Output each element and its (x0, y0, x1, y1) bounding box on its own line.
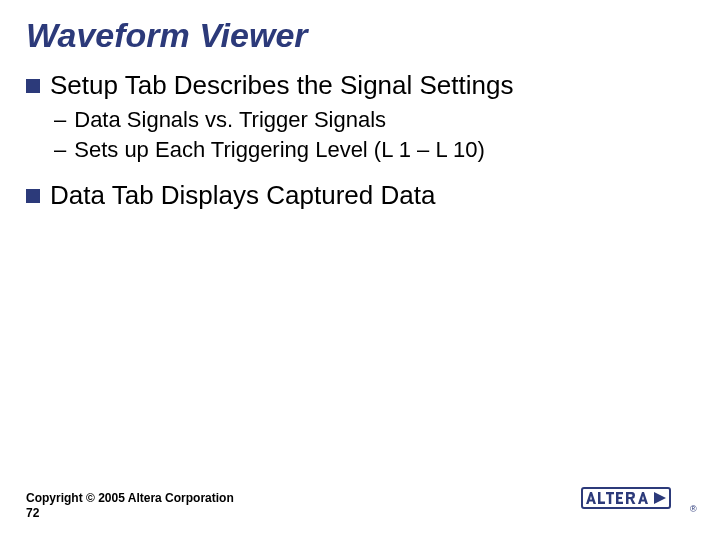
footer: Copyright © 2005 Altera Corporation 72 (26, 491, 234, 522)
dash-bullet-icon: – (54, 106, 66, 135)
svg-marker-9 (654, 492, 666, 504)
bullet-text: Sets up Each Triggering Level (L 1 – L 1… (74, 136, 485, 165)
slide-title: Waveform Viewer (26, 16, 694, 55)
page-number: 72 (26, 506, 234, 522)
svg-rect-6 (616, 492, 623, 494)
svg-rect-2 (598, 502, 605, 505)
bullet-text: Data Signals vs. Trigger Signals (74, 106, 386, 135)
square-bullet-icon (26, 189, 40, 203)
altera-logo: ® (580, 482, 700, 522)
dash-bullet-icon: – (54, 136, 66, 165)
svg-text:®: ® (690, 504, 697, 514)
bullet-level2: – Data Signals vs. Trigger Signals (54, 106, 694, 135)
bullet-text: Data Tab Displays Captured Data (50, 179, 435, 212)
bullet-level1: Setup Tab Describes the Signal Settings (26, 69, 694, 102)
svg-rect-8 (616, 502, 623, 504)
bullet-level1: Data Tab Displays Captured Data (26, 179, 694, 212)
square-bullet-icon (26, 79, 40, 93)
svg-rect-7 (616, 497, 622, 499)
svg-rect-4 (609, 492, 612, 504)
copyright-text: Copyright © 2005 Altera Corporation (26, 491, 234, 507)
bullet-level2: – Sets up Each Triggering Level (L 1 – L… (54, 136, 694, 165)
bullet-text: Setup Tab Describes the Signal Settings (50, 69, 513, 102)
